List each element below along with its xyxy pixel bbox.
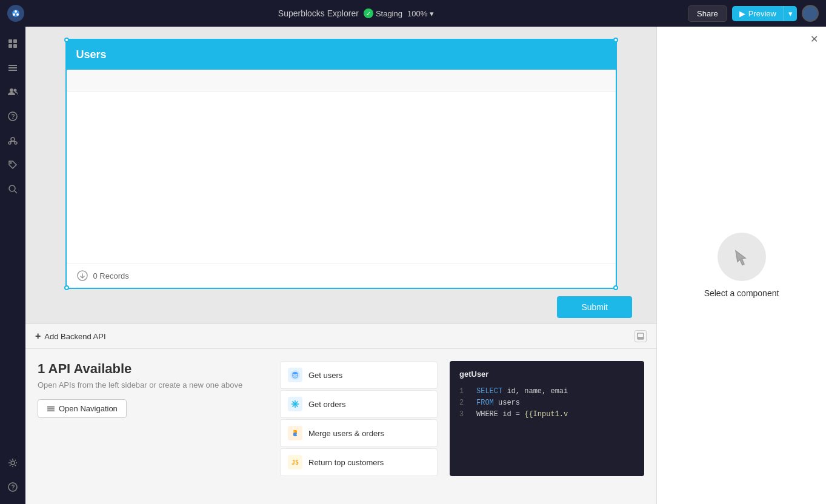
api-item-get-users[interactable]: Get users bbox=[280, 361, 438, 389]
bottom-panel-header: + Add Backend API bbox=[25, 324, 656, 349]
resize-handle-bl[interactable] bbox=[64, 285, 69, 290]
svg-point-3 bbox=[16, 13, 19, 16]
svg-point-32 bbox=[290, 370, 300, 380]
share-button[interactable]: Share bbox=[688, 5, 727, 22]
svg-rect-7 bbox=[13, 44, 17, 48]
open-navigation-label: Open Navigation bbox=[59, 404, 118, 413]
merge-icon bbox=[288, 426, 302, 440]
sidebar-item-grid[interactable] bbox=[3, 34, 22, 53]
svg-point-15 bbox=[11, 138, 15, 141]
sidebar-item-search[interactable] bbox=[3, 179, 22, 199]
svg-rect-31 bbox=[47, 410, 55, 411]
sidebar-item-question[interactable]: ? bbox=[3, 107, 22, 126]
svg-point-41 bbox=[296, 434, 297, 435]
play-icon: ▶ bbox=[739, 9, 745, 18]
right-panel: ✕ Select a component bbox=[656, 27, 826, 504]
sidebar-item-tag[interactable] bbox=[3, 155, 22, 174]
records-count: 0 Records bbox=[93, 271, 129, 280]
svg-rect-29 bbox=[47, 406, 55, 408]
widget-table-header bbox=[67, 70, 616, 91]
svg-point-12 bbox=[14, 89, 17, 92]
app-title: Superblocks Explorer bbox=[278, 8, 359, 18]
svg-point-11 bbox=[10, 88, 13, 92]
merge-label: Merge users & orders bbox=[308, 429, 384, 438]
svg-text:?: ? bbox=[12, 113, 15, 120]
add-api-label: Add Backend API bbox=[44, 332, 105, 341]
code-preview: getUser 1 SELECT id, name, emai 2 FROM u… bbox=[450, 361, 644, 476]
widget-container: Users 0 Records bbox=[65, 39, 617, 289]
resize-handle-br[interactable] bbox=[613, 285, 618, 290]
cursor-preview-icon bbox=[718, 233, 766, 281]
svg-point-16 bbox=[8, 142, 11, 144]
sidebar-settings[interactable] bbox=[3, 453, 22, 472]
svg-line-18 bbox=[10, 141, 13, 142]
svg-point-1 bbox=[15, 10, 17, 13]
svg-rect-9 bbox=[8, 67, 17, 68]
svg-line-19 bbox=[13, 141, 16, 142]
sidebar: ? bbox=[0, 27, 25, 504]
avatar[interactable] bbox=[802, 5, 819, 22]
return-customers-icon: JS bbox=[288, 455, 302, 469]
nav-icon bbox=[47, 405, 55, 413]
api-item-return-customers[interactable]: JS Return top customers bbox=[280, 448, 438, 476]
get-users-label: Get users bbox=[308, 371, 342, 380]
svg-line-22 bbox=[15, 191, 17, 193]
api-count-title: 1 API Available bbox=[38, 361, 268, 377]
resize-handle-tr[interactable] bbox=[613, 38, 618, 42]
topbar: Superblocks Explorer Staging 100% ▾ Shar… bbox=[0, 0, 826, 27]
svg-rect-30 bbox=[47, 408, 55, 409]
plus-icon: + bbox=[35, 331, 41, 342]
select-component-label: Select a component bbox=[704, 288, 779, 298]
bottom-panel: + Add Backend API 1 API Available Open A… bbox=[25, 323, 656, 504]
preview-button-main[interactable]: ▶ Preview bbox=[732, 6, 784, 21]
zoom-value: 100% bbox=[407, 9, 427, 18]
sidebar-item-list[interactable] bbox=[3, 58, 22, 78]
sidebar-item-agents[interactable] bbox=[3, 131, 22, 150]
api-item-get-orders[interactable]: Get orders bbox=[280, 390, 438, 418]
right-panel-close-area: ✕ bbox=[807, 31, 821, 46]
collapse-panel-button[interactable] bbox=[634, 330, 647, 342]
svg-point-17 bbox=[15, 142, 17, 144]
svg-rect-28 bbox=[638, 337, 644, 339]
topbar-left bbox=[7, 5, 24, 22]
svg-point-21 bbox=[9, 185, 15, 191]
svg-point-20 bbox=[10, 162, 12, 164]
logo-icon bbox=[7, 5, 24, 22]
code-line-2: 2 FROM users bbox=[459, 397, 634, 409]
svg-rect-5 bbox=[13, 39, 17, 43]
widget-footer: 0 Records bbox=[67, 264, 616, 288]
code-where-clause: WHERE id = {{Input1.v bbox=[476, 409, 568, 420]
sidebar-bottom: ? bbox=[3, 453, 22, 497]
zoom-control[interactable]: 100% ▾ bbox=[407, 9, 434, 18]
svg-rect-10 bbox=[8, 70, 17, 71]
close-panel-button[interactable]: ✕ bbox=[807, 31, 821, 46]
submit-button[interactable]: Submit bbox=[557, 296, 632, 318]
open-navigation-button[interactable]: Open Navigation bbox=[38, 399, 127, 418]
sidebar-help[interactable]: ? bbox=[3, 477, 22, 497]
zoom-chevron-icon: ▾ bbox=[430, 9, 434, 18]
return-customers-label: Return top customers bbox=[308, 458, 384, 467]
api-subtitle: Open APIs from the left sidebar or creat… bbox=[38, 380, 268, 390]
preview-button[interactable]: ▶ Preview ▾ bbox=[732, 6, 797, 21]
svg-rect-4 bbox=[8, 39, 12, 43]
add-api-button[interactable]: + Add Backend API bbox=[35, 331, 106, 342]
api-item-merge[interactable]: Merge users & orders bbox=[280, 419, 438, 447]
sidebar-item-team[interactable] bbox=[3, 82, 22, 102]
select-component-area: Select a component bbox=[704, 233, 779, 298]
code-select-keyword: SELECT id, name, emai bbox=[476, 386, 568, 397]
widget-header: Users bbox=[67, 40, 616, 70]
status-dot bbox=[364, 8, 373, 18]
main-layout: ? bbox=[0, 27, 826, 504]
code-title: getUser bbox=[459, 368, 634, 381]
get-orders-icon bbox=[288, 397, 302, 411]
line-num-2: 2 bbox=[459, 397, 469, 409]
status-badge: Staging bbox=[364, 8, 402, 18]
api-content: 1 API Available Open APIs from the left … bbox=[25, 349, 656, 488]
resize-handle-tl[interactable] bbox=[64, 38, 69, 42]
line-num-3: 3 bbox=[459, 409, 469, 420]
get-users-icon bbox=[288, 368, 302, 382]
get-orders-label: Get orders bbox=[308, 400, 345, 409]
preview-chevron-icon[interactable]: ▾ bbox=[784, 6, 797, 21]
widget-title: Users bbox=[76, 48, 107, 61]
svg-point-2 bbox=[13, 13, 15, 16]
